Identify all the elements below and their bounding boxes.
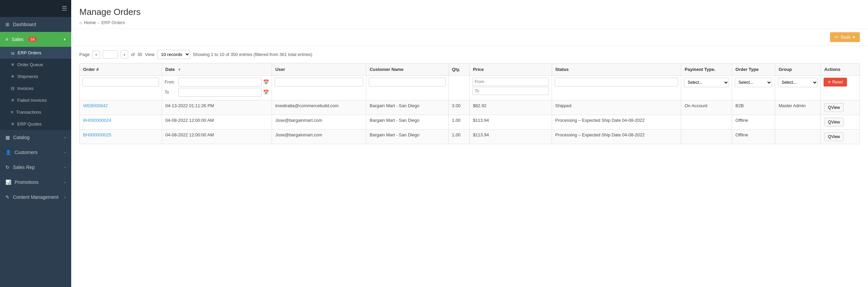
filter-customer-name bbox=[366, 76, 449, 100]
view-button[interactable]: QView bbox=[824, 118, 844, 127]
sub-item-label: Shipments bbox=[17, 74, 38, 79]
cell-actions: QView bbox=[821, 115, 860, 130]
filter-actions: ✕ Reset bbox=[821, 76, 860, 100]
col-price: Price bbox=[469, 63, 552, 76]
order-queue-icon: ✕ bbox=[11, 62, 15, 67]
entries-info: Showing 1 to 10 of 350 entries (filtered… bbox=[193, 52, 313, 57]
cell-order-num: BH000000025 bbox=[80, 130, 162, 144]
calendar-from-icon[interactable]: 📅 bbox=[263, 79, 269, 85]
date-from-input[interactable] bbox=[178, 78, 262, 87]
cell-order-num: WEB000842 bbox=[80, 100, 162, 115]
price-from-input[interactable] bbox=[472, 78, 549, 86]
sidebar-item-content-mgmt[interactable]: ✎ Content Management › bbox=[0, 190, 71, 205]
pagination-bar: Page ‹ 1 › of 35 View 10 records 25 reco… bbox=[71, 46, 868, 63]
table-container: Order # Date ▼ User Customer Name Qty. bbox=[71, 63, 868, 152]
reset-button[interactable]: ✕ Reset bbox=[824, 78, 847, 87]
sidebar-item-order-queue[interactable]: ✕ Order Queue bbox=[0, 59, 71, 71]
order-type-select[interactable]: Select... bbox=[735, 78, 772, 87]
user-filter-input[interactable] bbox=[275, 78, 363, 87]
cell-user: Jose@bargainmart.com bbox=[272, 115, 366, 130]
cell-order-type: B2B bbox=[732, 100, 775, 115]
chevron-right-icon: › bbox=[64, 195, 66, 199]
catalog-icon: ▦ bbox=[5, 135, 10, 140]
cell-qty: 3.00 bbox=[448, 100, 469, 115]
sidebar-item-transactions[interactable]: ≡ Transactions bbox=[0, 106, 71, 118]
cell-actions: QView bbox=[821, 130, 860, 144]
status-filter-input[interactable] bbox=[555, 78, 678, 87]
cell-user: lmediratta@commercebuild.com bbox=[272, 100, 366, 115]
cell-qty: 1.00 bbox=[448, 115, 469, 130]
cell-status: Processing – Expected Ship Date 04-08-20… bbox=[552, 115, 681, 130]
breadcrumb-current: ERP Orders bbox=[101, 20, 125, 25]
order-link[interactable]: BH000000025 bbox=[83, 132, 111, 137]
page-number-input[interactable]: 1 bbox=[103, 50, 118, 59]
sidebar-item-sales-rep[interactable]: ↻ Sales Rep › bbox=[0, 160, 71, 175]
date-to-input[interactable] bbox=[178, 88, 262, 97]
prev-page-button[interactable]: ‹ bbox=[92, 50, 100, 59]
sub-item-label: ERP Quotes bbox=[17, 121, 42, 127]
tools-button[interactable]: ↩ Tools ▾ bbox=[830, 32, 860, 42]
price-to-input[interactable] bbox=[472, 87, 549, 95]
order-num-filter-input[interactable] bbox=[82, 78, 159, 87]
order-link[interactable]: BH000000024 bbox=[83, 118, 111, 123]
next-page-button[interactable]: › bbox=[121, 50, 128, 59]
view-button[interactable]: QView bbox=[824, 103, 844, 112]
col-status: Status bbox=[552, 63, 681, 76]
cell-group bbox=[775, 130, 821, 144]
breadcrumb-home[interactable]: Home bbox=[84, 20, 96, 25]
table-header-row: Order # Date ▼ User Customer Name Qty. bbox=[80, 63, 860, 76]
cell-status: Shipped bbox=[552, 100, 681, 115]
sidebar-item-sales[interactable]: ≡ Sales 54 ▾ bbox=[0, 32, 71, 47]
col-group: Group bbox=[775, 63, 821, 76]
sidebar-item-failed-invoices[interactable]: ✕ Failed Invoices bbox=[0, 94, 71, 106]
col-user: User bbox=[272, 63, 366, 76]
sort-icon: ▼ bbox=[177, 68, 181, 72]
sidebar-item-invoices[interactable]: ⊟ Invoices bbox=[0, 82, 71, 94]
page-label: Page bbox=[79, 52, 90, 57]
sales-rep-icon: ↻ bbox=[5, 165, 9, 170]
group-select[interactable]: Select... bbox=[778, 78, 818, 87]
cell-order-type: Offline bbox=[732, 130, 775, 144]
col-actions: Actions bbox=[821, 63, 860, 76]
page-total: 35 bbox=[137, 52, 142, 57]
promotions-icon: 📊 bbox=[5, 179, 11, 185]
filter-row: From 📅 To 📅 bbox=[80, 76, 860, 100]
sidebar-header: ☰ bbox=[0, 0, 71, 17]
sidebar-item-erp-quotes[interactable]: ✕ ERP Quotes bbox=[0, 118, 71, 130]
cell-payment-type: On Account bbox=[681, 100, 732, 115]
view-select[interactable]: 10 records 25 records 50 records bbox=[157, 50, 190, 59]
filter-qty bbox=[448, 76, 469, 100]
sidebar-item-catalog[interactable]: ▦ Catalog › bbox=[0, 130, 71, 145]
to-label: To bbox=[165, 90, 177, 95]
sidebar: ☰ ⊞ Dashboard ≡ Sales 54 ▾ ⚍ ERP Orders … bbox=[0, 0, 71, 287]
failed-invoices-icon: ✕ bbox=[11, 98, 15, 103]
hamburger-icon[interactable]: ☰ bbox=[62, 5, 67, 12]
page-header: Manage Orders ⌂ Home › ERP Orders bbox=[71, 0, 868, 29]
calendar-to-icon[interactable]: 📅 bbox=[263, 90, 269, 95]
main-content: Manage Orders ⌂ Home › ERP Orders ↩ Tool… bbox=[71, 0, 868, 287]
order-link[interactable]: WEB000842 bbox=[83, 103, 108, 108]
sidebar-item-promotions[interactable]: 📊 Promotions › bbox=[0, 175, 71, 190]
sidebar-item-shipments[interactable]: ✈ Shipments bbox=[0, 71, 71, 82]
page-of-label: of bbox=[131, 52, 135, 57]
payment-type-select[interactable]: Select... bbox=[684, 78, 729, 87]
from-label: From bbox=[165, 80, 177, 84]
cell-date: 04-08-2022 12:00:00 AM bbox=[162, 130, 272, 144]
col-payment-type: Payment Type. bbox=[681, 63, 732, 76]
col-order-type: Order Type bbox=[732, 63, 775, 76]
sidebar-item-label: Promotions bbox=[15, 179, 39, 185]
customer-name-filter-input[interactable] bbox=[369, 78, 446, 87]
sales-submenu: ⚍ ERP Orders ✕ Order Queue ✈ Shipments ⊟… bbox=[0, 47, 71, 130]
filter-status bbox=[552, 76, 681, 100]
col-date[interactable]: Date ▼ bbox=[162, 63, 272, 76]
invoices-icon: ⊟ bbox=[11, 86, 15, 91]
sidebar-item-customers[interactable]: 👤 Customers › bbox=[0, 145, 71, 160]
toolbar: ↩ Tools ▾ bbox=[71, 29, 868, 46]
table-row: BH000000024 04-08-2022 12:00:00 AM Jose@… bbox=[80, 115, 860, 130]
sidebar-item-label: Customers bbox=[15, 150, 38, 155]
sidebar-item-dashboard[interactable]: ⊞ Dashboard bbox=[0, 17, 71, 32]
col-customer-name: Customer Name bbox=[366, 63, 449, 76]
content-mgmt-icon: ✎ bbox=[5, 194, 9, 200]
view-button[interactable]: QView bbox=[824, 132, 844, 141]
sidebar-item-erp-orders[interactable]: ⚍ ERP Orders bbox=[0, 47, 71, 59]
